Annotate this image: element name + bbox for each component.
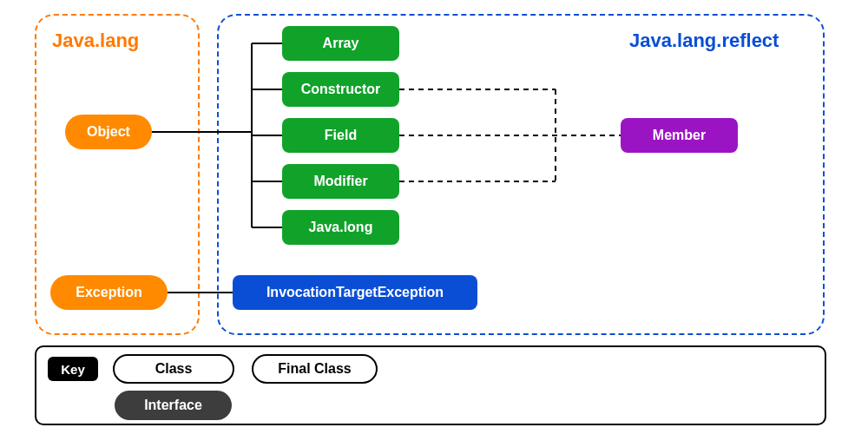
node-object: Object [65,115,152,149]
node-invocation-target-exception: InvocationTargetException [233,275,477,310]
key-class: Class [113,354,234,384]
node-java-long: Java.long [282,210,399,245]
node-modifier: Modifier [282,164,399,199]
package-title-reflect: Java.lang.reflect [629,30,779,52]
key-final-class: Final Class [252,354,378,384]
node-constructor: Constructor [282,72,399,107]
node-array: Array [282,26,399,61]
package-title-lang: Java.lang [52,30,139,52]
key-interface: Interface [115,391,232,420]
node-field: Field [282,118,399,153]
node-member: Member [621,118,738,153]
key-badge: Key [48,357,98,381]
node-exception: Exception [50,275,168,310]
